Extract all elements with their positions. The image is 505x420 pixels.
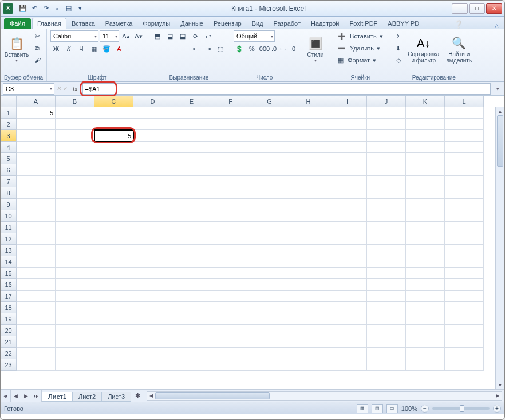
cell-F17[interactable] bbox=[211, 291, 250, 302]
cell-G18[interactable] bbox=[250, 302, 289, 313]
fill-color-icon[interactable]: 🪣 bbox=[101, 43, 112, 54]
scroll-right-icon[interactable]: ▶ bbox=[494, 392, 502, 400]
cell-F19[interactable] bbox=[211, 313, 250, 325]
cell-L1[interactable] bbox=[445, 107, 484, 119]
maximize-button[interactable]: □ bbox=[469, 3, 485, 14]
new-icon[interactable]: ▫ bbox=[52, 3, 62, 14]
cell-K12[interactable] bbox=[406, 233, 445, 245]
cell-A14[interactable] bbox=[17, 256, 56, 268]
cell-L17[interactable] bbox=[445, 291, 484, 302]
row-header-14[interactable]: 14 bbox=[1, 256, 17, 268]
zoom-in-button[interactable]: + bbox=[493, 405, 501, 413]
sheet-last-icon[interactable]: ⏭ bbox=[31, 390, 42, 402]
cell-J21[interactable] bbox=[367, 336, 406, 348]
cell-E14[interactable] bbox=[172, 256, 211, 268]
cell-L19[interactable] bbox=[445, 313, 484, 325]
cell-E9[interactable] bbox=[172, 199, 211, 210]
cell-B22[interactable] bbox=[56, 348, 94, 359]
cell-F22[interactable] bbox=[211, 348, 250, 359]
cell-K15[interactable] bbox=[406, 268, 445, 279]
tab-abbyy pd[interactable]: ABBYY PD bbox=[382, 18, 424, 29]
cell-J16[interactable] bbox=[367, 279, 406, 291]
cell-F11[interactable] bbox=[211, 222, 250, 233]
cell-L6[interactable] bbox=[445, 164, 484, 176]
cell-H23[interactable] bbox=[289, 359, 328, 371]
cell-E13[interactable] bbox=[172, 245, 211, 256]
cell-G5[interactable] bbox=[250, 153, 289, 164]
cell-J3[interactable] bbox=[367, 130, 406, 142]
file-tab[interactable]: Файл bbox=[4, 18, 31, 29]
tab-данные[interactable]: Данные bbox=[175, 18, 208, 29]
cell-A15[interactable] bbox=[17, 268, 56, 279]
cell-I8[interactable] bbox=[328, 187, 367, 199]
cell-C15[interactable] bbox=[94, 268, 133, 279]
cell-K17[interactable] bbox=[406, 291, 445, 302]
cell-I9[interactable] bbox=[328, 199, 367, 210]
cell-J1[interactable] bbox=[367, 107, 406, 119]
page-layout-view-icon[interactable]: ▤ bbox=[372, 404, 383, 413]
cell-I7[interactable] bbox=[328, 176, 367, 187]
cell-H14[interactable] bbox=[289, 256, 328, 268]
row-header-3[interactable]: 3 bbox=[1, 130, 17, 142]
sheet-tab-Лист2[interactable]: Лист2 bbox=[72, 392, 102, 402]
cell-H13[interactable] bbox=[289, 245, 328, 256]
cell-A21[interactable] bbox=[17, 336, 56, 348]
styles-button[interactable]: 🔳 Стили ▾ bbox=[303, 30, 328, 68]
align-middle-icon[interactable]: ⬓ bbox=[164, 30, 176, 42]
row-header-5[interactable]: 5 bbox=[1, 153, 17, 164]
cell-K8[interactable] bbox=[406, 187, 445, 199]
row-header-20[interactable]: 20 bbox=[1, 325, 17, 336]
cell-E16[interactable] bbox=[172, 279, 211, 291]
cell-E15[interactable] bbox=[172, 268, 211, 279]
cell-I4[interactable] bbox=[328, 142, 367, 153]
cell-G14[interactable] bbox=[250, 256, 289, 268]
cell-I22[interactable] bbox=[328, 348, 367, 359]
cell-A12[interactable] bbox=[17, 233, 56, 245]
cell-H5[interactable] bbox=[289, 153, 328, 164]
cell-A10[interactable] bbox=[17, 210, 56, 222]
scroll-down-icon[interactable]: ▼ bbox=[496, 381, 504, 389]
col-header-F[interactable]: F bbox=[211, 96, 250, 107]
cell-G2[interactable] bbox=[250, 119, 289, 130]
bold-button[interactable]: Ж bbox=[50, 43, 62, 54]
row-header-22[interactable]: 22 bbox=[1, 348, 17, 359]
cell-K11[interactable] bbox=[406, 222, 445, 233]
comma-icon[interactable]: 000 bbox=[259, 43, 270, 54]
cell-H6[interactable] bbox=[289, 164, 328, 176]
cell-C12[interactable] bbox=[94, 233, 133, 245]
cell-B10[interactable] bbox=[56, 210, 94, 222]
align-top-icon[interactable]: ⬒ bbox=[152, 30, 163, 42]
normal-view-icon[interactable]: ▦ bbox=[357, 404, 368, 413]
tab-разработ[interactable]: Разработ bbox=[269, 18, 306, 29]
cell-L16[interactable] bbox=[445, 279, 484, 291]
cell-K5[interactable] bbox=[406, 153, 445, 164]
cell-E18[interactable] bbox=[172, 302, 211, 313]
cell-F6[interactable] bbox=[211, 164, 250, 176]
cell-I12[interactable] bbox=[328, 233, 367, 245]
zoom-slider[interactable] bbox=[432, 407, 490, 410]
cell-B13[interactable] bbox=[56, 245, 94, 256]
cell-H20[interactable] bbox=[289, 325, 328, 336]
cell-J4[interactable] bbox=[367, 142, 406, 153]
paste-button[interactable]: 📋 Вставить ▾ bbox=[4, 30, 29, 68]
cell-L11[interactable] bbox=[445, 222, 484, 233]
cell-J12[interactable] bbox=[367, 233, 406, 245]
cell-K9[interactable] bbox=[406, 199, 445, 210]
sort-filter-button[interactable]: A↓ Сортировка и фильтр bbox=[407, 30, 441, 68]
cell-J6[interactable] bbox=[367, 164, 406, 176]
insert-cells-button[interactable]: ➕ Вставить ▾ bbox=[336, 30, 385, 42]
number-format-combo[interactable]: Общий bbox=[234, 30, 275, 42]
vscroll-thumb[interactable] bbox=[497, 115, 503, 167]
cell-E20[interactable] bbox=[172, 325, 211, 336]
cell-J5[interactable] bbox=[367, 153, 406, 164]
cell-C13[interactable] bbox=[94, 245, 133, 256]
cell-B6[interactable] bbox=[56, 164, 94, 176]
cell-D4[interactable] bbox=[133, 142, 172, 153]
cell-B16[interactable] bbox=[56, 279, 94, 291]
cell-D23[interactable] bbox=[133, 359, 172, 371]
row-header-18[interactable]: 18 bbox=[1, 302, 17, 313]
cell-A16[interactable] bbox=[17, 279, 56, 291]
col-header-H[interactable]: H bbox=[289, 96, 328, 107]
wrap-text-icon[interactable]: ⮐ bbox=[202, 30, 214, 42]
row-header-6[interactable]: 6 bbox=[1, 164, 17, 176]
